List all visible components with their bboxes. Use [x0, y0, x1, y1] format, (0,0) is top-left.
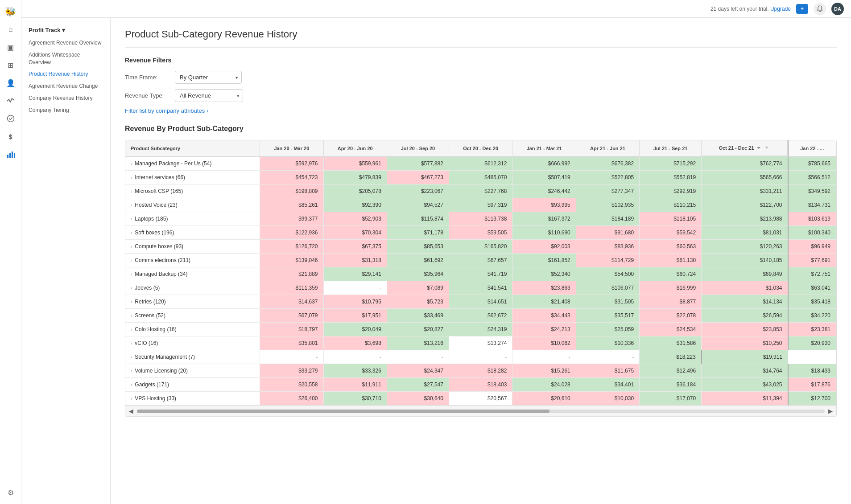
- cell-11-1: $17,951: [323, 309, 387, 323]
- people-icon[interactable]: 👤: [3, 75, 19, 91]
- row-subcategory-3: ›Hosted Voice (23): [125, 198, 260, 212]
- cell-12-7: $23,853: [702, 323, 788, 336]
- home-icon[interactable]: ⌂: [3, 21, 19, 37]
- revenue-type-select[interactable]: All Revenue New Revenue Recurring Revenu…: [175, 89, 243, 102]
- cell-13-3: $13,274: [449, 336, 512, 350]
- nav-item-agreement-change[interactable]: Agreement Revenue Change: [21, 80, 110, 92]
- nav-item-product-revenue[interactable]: Product Revenue History: [21, 68, 110, 80]
- filter-attributes-link[interactable]: Filter list by company attributes ›: [125, 107, 837, 114]
- nav-panel: Profit Track ▾ Agreement Revenue Overvie…: [21, 18, 111, 504]
- expand-icon[interactable]: ›: [131, 299, 132, 304]
- cell-8-6: $60,724: [640, 267, 702, 281]
- expand-icon[interactable]: ›: [131, 175, 132, 180]
- expand-icon[interactable]: ›: [131, 382, 132, 387]
- cell-4-4: $167,372: [512, 212, 576, 226]
- expand-icon[interactable]: ›: [131, 230, 132, 235]
- expand-icon[interactable]: ›: [131, 217, 132, 221]
- cell-16-8: $17,876: [788, 378, 836, 392]
- settings-icon[interactable]: ⚙: [3, 484, 19, 500]
- cell-5-6: $59,542: [640, 226, 702, 240]
- revenue-type-label: Revenue Type:: [125, 92, 169, 99]
- svg-rect-1: [7, 155, 8, 158]
- row-subcategory-14: ›Security Management (7): [125, 350, 260, 364]
- cell-11-5: $35,517: [576, 309, 639, 323]
- cell-7-7: $140,185: [702, 254, 788, 267]
- cell-8-5: $54,500: [576, 267, 639, 281]
- cell-8-1: $29,141: [323, 267, 387, 281]
- cell-17-4: $20,610: [512, 392, 576, 406]
- cell-5-1: $70,304: [323, 226, 387, 240]
- table-row: ›vCIO (16)$35,801$3,698$13,216$13,274$10…: [125, 336, 836, 350]
- cell-3-5: $102,935: [576, 198, 639, 212]
- scroll-right-btn[interactable]: ▶: [828, 408, 833, 414]
- cell-4-7: $213,988: [702, 212, 788, 226]
- cell-1-2: $467,273: [387, 171, 449, 184]
- expand-icon[interactable]: ›: [131, 189, 132, 194]
- expand-icon[interactable]: ›: [131, 369, 132, 373]
- expand-icon[interactable]: ›: [131, 244, 132, 249]
- cell-13-4: $10,062: [512, 336, 576, 350]
- row-subcategory-0: ›Managed Package - Per Us (54): [125, 156, 260, 171]
- cell-14-3: -: [449, 350, 512, 364]
- nav-item-additions-whitespace[interactable]: Additions Whitespace Overview: [21, 49, 110, 69]
- briefcase-icon[interactable]: ⊞: [3, 57, 19, 73]
- cell-6-2: $85,653: [387, 240, 449, 254]
- cell-9-0: $111,359: [260, 281, 323, 295]
- nav-item-company-tiering[interactable]: Company Tiering: [21, 104, 110, 116]
- upgrade-button[interactable]: +: [796, 4, 808, 14]
- cell-3-8: $134,731: [788, 198, 836, 212]
- row-subcategory-15: ›Volume Licensing (20): [125, 364, 260, 378]
- expand-icon[interactable]: ›: [131, 355, 132, 360]
- cell-8-3: $41,719: [449, 267, 512, 281]
- cell-16-5: $34,401: [576, 378, 639, 392]
- dollar-icon[interactable]: $: [3, 128, 19, 144]
- cell-0-3: $612,312: [449, 156, 512, 171]
- expand-icon[interactable]: ›: [131, 286, 132, 291]
- activity-icon[interactable]: [3, 93, 19, 109]
- expand-icon[interactable]: ›: [131, 272, 132, 277]
- check-circle-icon[interactable]: [3, 111, 19, 127]
- row-subcategory-2: ›Microsoft CSP (165): [125, 184, 260, 198]
- svg-marker-5: [757, 147, 760, 149]
- cell-3-4: $93,995: [512, 198, 576, 212]
- sidebar-icon-rail: 🐝 ⌂ ▣ ⊞ 👤 $ ⚙: [0, 0, 21, 504]
- table-row: ›Screens (52)$67,079$17,951$33,469$62,67…: [125, 309, 836, 323]
- time-frame-select[interactable]: By Quarter By Month By Year: [175, 71, 242, 84]
- cell-4-8: $103,619: [788, 212, 836, 226]
- chart-bar-icon[interactable]: [3, 146, 19, 162]
- table-row: ›Hosted Voice (23)$85,261$92,390$94,527$…: [125, 198, 836, 212]
- nav-item-company-revenue[interactable]: Company Revenue History: [21, 92, 110, 104]
- cell-11-6: $22,078: [640, 309, 702, 323]
- table-row: ›VPS Hosting (33)$26,400$30,710$30,640$2…: [125, 392, 836, 406]
- cell-3-7: $122,700: [702, 198, 788, 212]
- scroll-left-btn[interactable]: ◀: [129, 408, 133, 414]
- cell-1-1: $479,839: [323, 171, 387, 184]
- time-frame-row: Time Frame: By Quarter By Month By Year: [125, 71, 837, 84]
- expand-icon[interactable]: ›: [131, 258, 132, 263]
- row-subcategory-17: ›VPS Hosting (33): [125, 392, 260, 406]
- notification-bell-icon[interactable]: [814, 3, 826, 15]
- expand-icon[interactable]: ›: [131, 203, 132, 208]
- row-subcategory-13: ›vCIO (16): [125, 336, 260, 350]
- nav-section-title[interactable]: Profit Track ▾: [21, 25, 110, 37]
- cell-14-4: -: [512, 350, 576, 364]
- expand-icon[interactable]: ›: [131, 161, 132, 166]
- row-subcategory-16: ›Gadgets (171): [125, 378, 260, 392]
- expand-icon[interactable]: ›: [131, 341, 132, 346]
- upgrade-link[interactable]: Upgrade: [770, 6, 791, 12]
- page-title: Product Sub-Category Revenue History: [125, 29, 837, 48]
- expand-icon[interactable]: ›: [131, 396, 132, 401]
- cell-9-5: $106,077: [576, 281, 639, 295]
- cell-14-0: -: [260, 350, 323, 364]
- cell-5-7: $81,031: [702, 226, 788, 240]
- row-subcategory-12: ›Colo Hosting (16): [125, 323, 260, 336]
- nav-item-agreement-revenue[interactable]: Agreement Revenue Overview: [21, 37, 110, 49]
- cell-2-2: $223,067: [387, 184, 449, 198]
- expand-icon[interactable]: ›: [131, 327, 132, 332]
- cell-9-7: $1,034: [702, 281, 788, 295]
- expand-icon[interactable]: ›: [131, 313, 132, 318]
- user-avatar[interactable]: DA: [831, 3, 844, 15]
- row-subcategory-11: ›Screens (52): [125, 309, 260, 323]
- cell-6-0: $126,720: [260, 240, 323, 254]
- book-icon[interactable]: ▣: [3, 39, 19, 55]
